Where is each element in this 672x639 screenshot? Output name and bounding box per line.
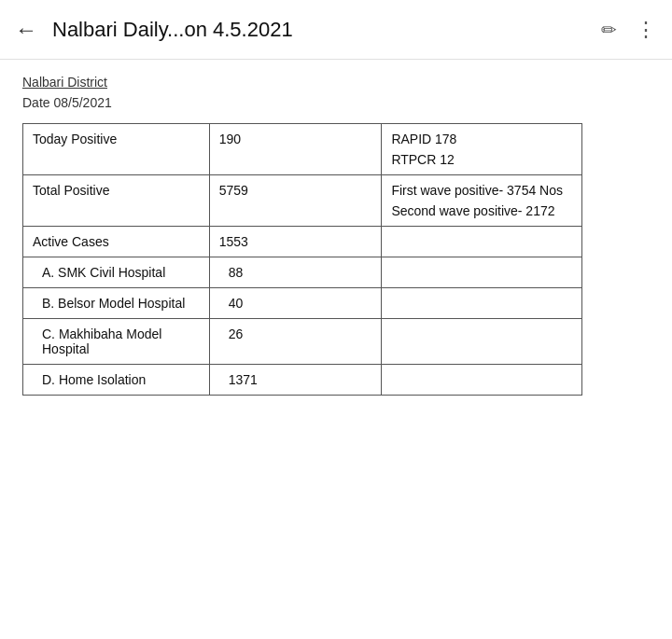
label-smk: A. SMK Civil Hospital xyxy=(23,257,210,288)
top-bar: ← Nalbari Daily...on 4.5.2021 ✏ ⋮ xyxy=(0,0,672,60)
edit-icon[interactable]: ✏ xyxy=(601,19,617,41)
data-table: Today Positive 190 RAPID 178 RTPCR 12 To… xyxy=(22,123,582,396)
value-home-isolation: 1371 xyxy=(209,365,382,396)
extra-home-isolation xyxy=(382,365,582,396)
value-smk: 88 xyxy=(209,257,382,288)
value-total-positive: 5759 xyxy=(209,175,382,227)
extra-belsor xyxy=(382,288,582,319)
label-belsor: B. Belsor Model Hospital xyxy=(23,288,210,319)
table-row: Active Cases 1553 xyxy=(23,227,582,257)
label-makhibaha: C. Makhibaha Model Hospital xyxy=(23,319,210,365)
value-today-positive: 190 xyxy=(209,124,382,175)
table-row: D. Home Isolation 1371 xyxy=(23,365,582,396)
more-options-icon[interactable]: ⋮ xyxy=(636,18,657,42)
extra-total-positive: First wave positive- 3754 Nos Second wav… xyxy=(382,175,582,227)
label-total-positive: Total Positive xyxy=(23,175,210,227)
back-button[interactable]: ← xyxy=(15,19,37,41)
table-row: Today Positive 190 RAPID 178 RTPCR 12 xyxy=(23,124,582,175)
table-row: B. Belsor Model Hospital 40 xyxy=(23,288,582,319)
value-active-cases: 1553 xyxy=(209,227,382,257)
label-today-positive: Today Positive xyxy=(23,124,210,175)
extra-today-positive: RAPID 178 RTPCR 12 xyxy=(382,124,582,175)
label-home-isolation: D. Home Isolation xyxy=(23,365,210,396)
date-label: Date 08/5/2021 xyxy=(22,95,650,110)
value-belsor: 40 xyxy=(209,288,382,319)
value-makhibaha: 26 xyxy=(209,319,382,365)
table-row: C. Makhibaha Model Hospital 26 xyxy=(23,319,582,365)
district-label: Nalbari District xyxy=(22,75,650,90)
label-active-cases: Active Cases xyxy=(23,227,210,257)
table-row: A. SMK Civil Hospital 88 xyxy=(23,257,582,288)
content-area: Nalbari District Date 08/5/2021 Today Po… xyxy=(0,60,672,410)
extra-smk xyxy=(382,257,582,288)
extra-active-cases xyxy=(382,227,582,257)
table-row: Total Positive 5759 First wave positive-… xyxy=(23,175,582,227)
extra-makhibaha xyxy=(382,319,582,365)
page-title: Nalbari Daily...on 4.5.2021 xyxy=(52,18,601,42)
